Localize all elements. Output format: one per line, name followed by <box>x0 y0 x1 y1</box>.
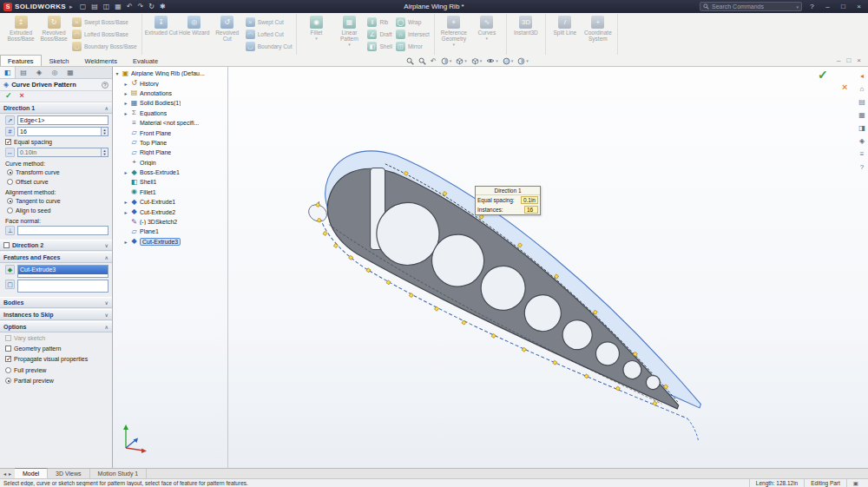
feature-list-item[interactable]: Cut-Extrude3 <box>18 266 108 274</box>
confirm-ok-button[interactable]: ✓ <box>818 68 828 82</box>
tab-features[interactable]: Features <box>0 55 42 66</box>
tab-sketch[interactable]: Sketch <box>42 55 77 66</box>
tree-caret-open-icon[interactable]: ▾ <box>115 70 120 76</box>
lofted-cut-button[interactable]: ◠Lofted Cut <box>246 29 293 40</box>
display-style-icon[interactable]: ▾ <box>471 57 483 65</box>
view-palette-icon[interactable]: ◨ <box>858 124 865 132</box>
file-explorer-icon[interactable]: ▦ <box>858 111 865 119</box>
task-pane-tab[interactable]: ▦ <box>62 67 78 78</box>
mirror-button[interactable]: ◫Mirror <box>396 41 430 52</box>
features-faces-group-header[interactable]: Features and Faces ∧ <box>0 252 112 263</box>
spacing-field[interactable]: 0.10in ▲▼ <box>17 148 108 157</box>
revolved-boss-base-button[interactable]: ↻Revolved Boss/Base <box>37 14 70 55</box>
tab-scroll-right-icon[interactable]: ▸ <box>9 471 11 477</box>
tree-item-front-plane[interactable]: ▱Front Plane <box>115 128 227 137</box>
tangent-to-curve-radio[interactable] <box>7 198 13 204</box>
doc-restore-icon[interactable]: □ <box>846 56 851 64</box>
tree-caret-icon[interactable]: ▸ <box>123 239 128 245</box>
dimxpert-manager-tab[interactable]: ◈ <box>31 67 47 78</box>
tree-item-boss-extrude1[interactable]: ▸◆Boss-Extrude1 <box>115 168 227 177</box>
spacing-spinner[interactable]: ▲▼ <box>101 148 108 156</box>
partial-preview-radio[interactable] <box>5 378 11 384</box>
section-view-icon[interactable]: ▾ <box>441 57 452 65</box>
configuration-manager-tab[interactable]: ▤ <box>16 67 31 78</box>
shell-button[interactable]: ◧Shell <box>367 41 391 52</box>
lofted-boss-base-button[interactable]: ◠Lofted Boss/Base <box>72 29 137 40</box>
close-button[interactable]: × <box>853 3 865 10</box>
tree-item-cut-extrude3[interactable]: ▸◆Cut-Extrude3 <box>115 237 227 247</box>
edit-appearance-icon[interactable]: ▾ <box>503 57 514 65</box>
search-dropdown-icon[interactable]: ▾ <box>796 4 799 10</box>
intersect-button[interactable]: ∩Intersect <box>396 29 430 40</box>
faces-to-pattern-list[interactable] <box>17 280 108 293</box>
instances-to-skip-group-header[interactable]: Instances to Skip ∨ <box>0 309 112 320</box>
tree-caret-icon[interactable]: ▸ <box>123 81 128 87</box>
zoom-fit-icon[interactable] <box>406 57 414 65</box>
propagate-visual-properties-checkbox[interactable] <box>5 356 11 362</box>
boundary-cut-button[interactable]: ◡Boundary Cut <box>246 41 293 52</box>
extruded-cut-button[interactable]: ↧Extruded Cut <box>145 14 178 55</box>
tree-item-plane1[interactable]: ▱Plane1 <box>115 227 227 236</box>
doc-tab-3d-views[interactable]: 3D Views <box>48 469 89 478</box>
boundary-boss-base-button[interactable]: ◡Boundary Boss/Base <box>72 41 137 52</box>
revolved-cut-button[interactable]: ↺Revolved Cut <box>211 14 244 55</box>
split-line-button[interactable]: /Split Line <box>549 14 582 55</box>
tree-item-equations[interactable]: ▸ΣEquations <box>115 109 227 118</box>
doc-minimize-icon[interactable]: – <box>837 56 840 64</box>
custom-properties-icon[interactable]: ≡ <box>860 150 865 158</box>
view-orientation-icon[interactable]: ▾ <box>456 57 467 65</box>
tree-item-material-not-specifi[interactable]: ≡Material <not specifi... <box>115 118 227 128</box>
pm-help-icon[interactable]: ? <box>102 82 108 89</box>
tree-item-3dsketch2[interactable]: ✎(-) 3DSketch2 <box>115 217 227 227</box>
extruded-boss-base-button[interactable]: ↥Extruded Boss/Base <box>4 14 37 55</box>
status-options-icon[interactable]: ▣ <box>846 479 865 487</box>
cancel-button[interactable]: × <box>20 92 24 100</box>
design-library-icon[interactable]: ▤ <box>858 98 865 106</box>
offset-curve-radio[interactable] <box>7 179 13 185</box>
appearances-scenes-icon[interactable]: ◈ <box>859 137 865 145</box>
bodies-group-header[interactable]: Bodies ∨ <box>0 297 112 308</box>
instant3d-button[interactable]: 3DInstant3D <box>510 14 542 55</box>
print-icon[interactable]: ▦ <box>115 3 122 10</box>
tree-caret-icon[interactable]: ▸ <box>123 169 128 175</box>
tree-item-top-plane[interactable]: ▱Top Plane <box>115 138 227 148</box>
reference-geometry-button[interactable]: ⌖Reference Geometry▾ <box>437 14 470 55</box>
equal-spacing-checkbox[interactable] <box>5 139 11 145</box>
redo-icon[interactable]: ↷ <box>138 3 144 10</box>
tree-caret-icon[interactable]: ▸ <box>123 90 128 96</box>
open-icon[interactable]: ▤ <box>91 3 98 10</box>
hole-wizard-button[interactable]: ◎Hole Wizard <box>178 14 211 55</box>
tree-item-solid-bodies-1[interactable]: ▸▦Solid Bodies(1) <box>115 98 227 108</box>
tree-item-right-plane[interactable]: ▱Right Plane <box>115 148 227 157</box>
new-icon[interactable]: ▢ <box>80 3 87 10</box>
instance-count-spinner[interactable]: ▲▼ <box>101 128 108 135</box>
options-icon[interactable]: ✱ <box>160 3 166 10</box>
help-button[interactable]: ? <box>806 3 818 10</box>
tree-item-shell1[interactable]: ◧Shell1 <box>115 177 227 187</box>
face-normal-field[interactable] <box>17 226 108 235</box>
curves-button[interactable]: ∿Curves▾ <box>470 14 503 55</box>
draft-button[interactable]: ∠Draft <box>367 29 391 40</box>
tree-caret-icon[interactable]: ▸ <box>123 110 128 116</box>
full-preview-radio[interactable] <box>5 367 11 373</box>
tree-item-fillet1[interactable]: ◉Fillet1 <box>115 188 227 197</box>
tree-item-annotations[interactable]: ▸▤Annotations <box>115 89 227 98</box>
tree-caret-icon[interactable]: ▸ <box>123 100 128 106</box>
tab-scroll-left-icon[interactable]: ◂ <box>3 471 6 477</box>
swept-boss-base-button[interactable]: ≈Swept Boss/Base <box>72 16 137 28</box>
features-to-pattern-list[interactable]: Cut-Extrude3 <box>17 265 108 278</box>
doc-tab-model[interactable]: Model <box>15 468 48 478</box>
wrap-button[interactable]: ◯Wrap <box>396 16 430 28</box>
tree-caret-icon[interactable]: ▸ <box>123 199 128 205</box>
doc-tab-motion-study-1[interactable]: Motion Study 1 <box>90 469 148 478</box>
linear-pattern-button[interactable]: ▦Linear Pattern▾ <box>332 14 365 55</box>
options-group-header[interactable]: Options ∧ <box>0 321 112 332</box>
graphics-viewport[interactable]: ▾▣Airplane Wing Rib (Defau...▸↺History▸▤… <box>113 67 868 468</box>
tree-caret-icon[interactable]: ▸ <box>123 209 128 215</box>
tab-evaluate[interactable]: Evaluate <box>125 55 166 66</box>
doc-close-icon[interactable]: × <box>857 56 861 64</box>
previous-view-icon[interactable]: ↶ <box>431 57 437 65</box>
direction2-checkbox[interactable] <box>3 242 10 248</box>
confirm-cancel-button[interactable]: × <box>842 82 847 92</box>
undo-icon[interactable]: ↶ <box>127 3 133 10</box>
